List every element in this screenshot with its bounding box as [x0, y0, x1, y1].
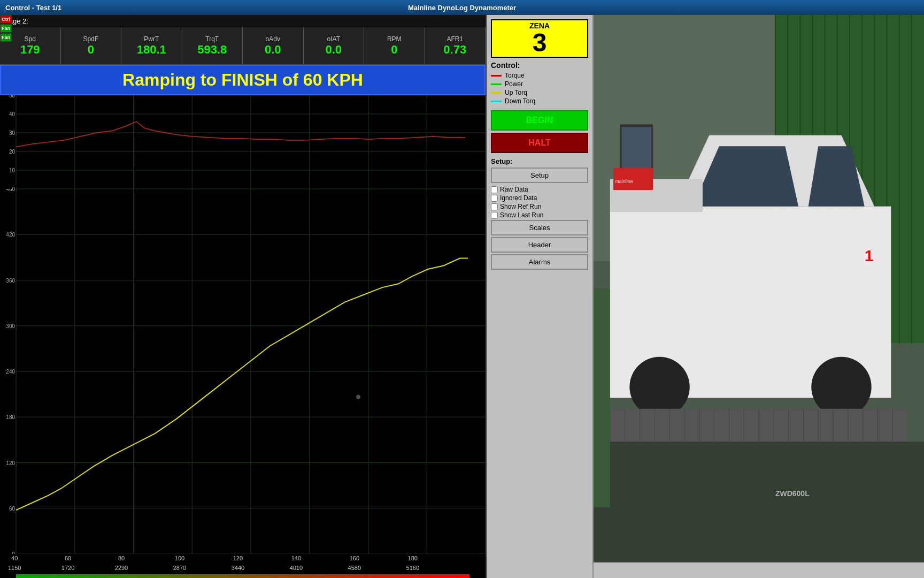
data-label: PwrT — [144, 35, 159, 43]
x-tick-speed: 160 — [350, 555, 359, 561]
data-value: 0.0 — [265, 43, 281, 57]
x-tick-speed: 80 — [118, 555, 125, 561]
checkbox-raw-data: Raw Data — [491, 186, 588, 193]
legend-item-down-torq: Down Torq — [491, 97, 588, 105]
legend-color — [491, 83, 502, 85]
halt-button[interactable]: HALT — [491, 133, 588, 153]
title-bar: Control - Test 1/1 Mainline DynoLog Dyna… — [0, 0, 924, 15]
x-tick-rpm: 2870 — [173, 565, 186, 571]
data-value: 0 — [391, 43, 397, 57]
data-bar: Spd 179SpdF 0PwrT 180.1TrqT 593.8oAdv 0.… — [0, 27, 486, 65]
main-container: Page 2: Spd 179SpdF 0PwrT 180.1TrqT 593.… — [0, 15, 924, 578]
data-label: oAdv — [266, 35, 280, 43]
x-axis-gradient-bar — [16, 574, 469, 578]
top-chart — [0, 95, 486, 189]
x-tick-speed: 40 — [11, 555, 18, 561]
top-chart-canvas — [0, 95, 486, 189]
alarms-button[interactable]: Alarms — [491, 254, 588, 270]
x-tick-rpm: 4010 — [290, 565, 303, 571]
checkbox-input[interactable] — [491, 212, 498, 219]
x-tick-speed: 180 — [408, 555, 418, 561]
x-tick-rpm: 4580 — [348, 565, 361, 571]
chart-container — [0, 95, 486, 554]
data-cell-trqt: TrqT 593.8 — [182, 27, 243, 64]
checkbox-input[interactable] — [491, 203, 498, 210]
checkboxes-container: Raw Data Ignored Data Show Ref Run Show … — [491, 186, 588, 219]
legend-color — [491, 92, 502, 94]
data-label: AFR1 — [446, 35, 463, 43]
x-tick-speed: 120 — [233, 555, 243, 561]
legend-label: Torque — [505, 72, 525, 79]
left-panel: Page 2: Spd 179SpdF 0PwrT 180.1TrqT 593.… — [0, 15, 487, 578]
data-label: RPM — [387, 35, 402, 43]
fan-button-1[interactable]: Fan — [0, 24, 12, 33]
checkbox-show-last run: Show Last Run — [491, 211, 588, 219]
camera-area — [594, 15, 924, 562]
checkbox-label: Ignored Data — [500, 194, 537, 202]
data-value: 593.8 — [197, 43, 227, 57]
x-tick-speed: 60 — [65, 555, 71, 561]
checkbox-label: Show Last Run — [500, 211, 543, 219]
x-tick-rpm: 2290 — [115, 565, 128, 571]
data-label: oIAT — [327, 35, 340, 43]
setup-button[interactable]: Setup — [491, 168, 588, 183]
control-title: Control: — [491, 61, 588, 70]
bottom-bar — [594, 562, 924, 578]
data-label: SpdF — [83, 35, 98, 43]
data-cell-pwrt: PwrT 180.1 — [121, 27, 182, 64]
bottom-chart — [0, 189, 486, 554]
x-axis-row-rpm: 11501720229028703440401045805160 — [0, 565, 486, 574]
legend-item-up-torq: Up Torq — [491, 89, 588, 96]
data-cell-rpm: RPM 0 — [364, 27, 425, 64]
data-cell-spdf: SpdF 0 — [61, 27, 122, 64]
legend-container: Torque Power Up Torq Down Torq — [491, 72, 588, 105]
data-cell-oadv: oAdv 0.0 — [243, 27, 304, 64]
checkbox-label: Raw Data — [500, 186, 528, 193]
checkbox-label: Show Ref Run — [500, 203, 541, 210]
checkbox-input[interactable] — [491, 186, 498, 193]
legend-label: Power — [505, 80, 523, 88]
title-center: Mainline DynoLog Dynamometer — [408, 4, 516, 12]
data-label: TrqT — [205, 35, 219, 43]
x-tick-rpm: 1720 — [61, 565, 74, 571]
x-tick-speed: 100 — [175, 555, 184, 561]
data-value: 0.73 — [443, 43, 466, 57]
zena-number: 3 — [494, 30, 585, 56]
x-tick-rpm: 1150 — [8, 565, 21, 571]
title-left: Control - Test 1/1 — [5, 4, 61, 12]
header-button[interactable]: Header — [491, 237, 588, 253]
checkbox-input[interactable] — [491, 195, 498, 202]
checkbox-ignored-data: Ignored Data — [491, 194, 588, 202]
setup-title: Setup: — [491, 157, 588, 165]
page-label: Page 2: — [0, 15, 486, 27]
ctrl-button[interactable]: Ctrl — [0, 15, 12, 24]
data-value: 0.0 — [325, 43, 342, 57]
middle-panel — [594, 15, 924, 578]
fan-button-2[interactable]: Fan — [0, 33, 12, 42]
legend-item-power: Power — [491, 80, 588, 88]
x-tick-speed: 140 — [291, 555, 301, 561]
small-left-buttons: Ctrl Fan Fan — [0, 15, 12, 42]
data-label: Spd — [25, 35, 36, 43]
status-message: Ramping to FINISH of 60 KPH — [0, 65, 486, 95]
checkbox-show-ref run: Show Ref Run — [491, 203, 588, 210]
bottom-chart-canvas — [0, 189, 486, 554]
x-tick-rpm: 5160 — [406, 565, 419, 571]
right-panel: ZENA 3 Control: Torque Power Up Torq Dow… — [487, 15, 594, 578]
control-section: Control: Torque Power Up Torq Down Torq — [491, 61, 588, 106]
x-axis-row-speed: 406080100120140160180 — [0, 555, 486, 565]
x-axis: 406080100120140160180 115017202290287034… — [0, 554, 486, 578]
x-tick-rpm: 3440 — [232, 565, 244, 571]
zena-badge: ZENA 3 — [491, 19, 588, 58]
setup-section: Setup: Setup Raw Data Ignored Data Show … — [491, 157, 588, 271]
car-view-canvas — [594, 15, 924, 562]
legend-item-torque: Torque — [491, 72, 588, 79]
data-cell-afr1: AFR1 0.73 — [425, 27, 486, 64]
legend-color — [491, 101, 502, 102]
begin-button[interactable]: BEGIN — [491, 110, 588, 131]
data-value: 0 — [88, 43, 94, 57]
scales-button[interactable]: Scales — [491, 220, 588, 235]
data-cell-oiat: oIAT 0.0 — [304, 27, 365, 64]
legend-color — [491, 75, 502, 77]
data-value: 180.1 — [137, 43, 166, 57]
